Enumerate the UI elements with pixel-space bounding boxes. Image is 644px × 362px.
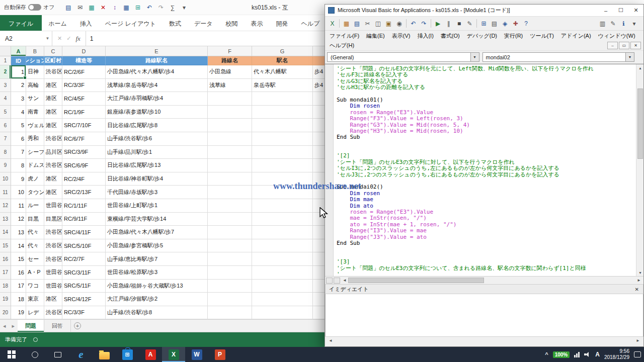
cell-A5[interactable]: 4 [11, 106, 26, 119]
undo-icon[interactable]: ↶ [408, 18, 419, 29]
cell-B9[interactable]: ドムス [26, 159, 44, 172]
cell-A16[interactable]: 15 [11, 252, 26, 266]
cell-G13[interactable] [252, 213, 313, 226]
column-header-D[interactable]: D [62, 46, 106, 56]
cell-C2[interactable]: 渋谷区 [44, 65, 62, 79]
cell-A2[interactable]: 1 [11, 65, 26, 79]
scroll-down-icon[interactable]: ▼ [636, 269, 643, 276]
taskbar-app-red-button[interactable]: A [139, 347, 162, 362]
menu-item[interactable]: ウィンドウ(W) [595, 31, 639, 41]
cell-B2[interactable]: 日神 [26, 65, 44, 79]
cell-E7[interactable]: 山手線/渋谷駅/歩6 [106, 132, 208, 146]
cell-G9[interactable] [252, 159, 313, 172]
cell-C3[interactable]: 港区 [44, 79, 62, 93]
scroll-right-icon[interactable]: ► [635, 278, 642, 283]
cell-D4[interactable]: RC/4/5F [62, 92, 106, 106]
cell-G15[interactable] [252, 239, 313, 253]
cell-D17[interactable]: SRC/3/11F [62, 266, 106, 280]
taskbar-word-button[interactable]: W [185, 347, 208, 362]
sheet-nav-left-icon[interactable]: ◂ [0, 320, 9, 332]
ribbon-tab[interactable]: ページ レイアウト [99, 15, 163, 31]
enter-icon[interactable]: ✓ [66, 35, 71, 42]
cell-F20[interactable] [208, 306, 252, 319]
cell-C20[interactable]: 渋谷区 [44, 306, 62, 319]
scroll-left-icon[interactable]: ◄ [327, 338, 334, 343]
cell-C14[interactable]: 渋谷区 [44, 226, 62, 239]
clock[interactable]: 9:56 2018/12/29 [604, 348, 629, 360]
cell-F8[interactable] [208, 146, 252, 159]
insert-function-icon[interactable]: fx [75, 35, 80, 43]
cell-F14[interactable] [208, 226, 252, 239]
cell-D15[interactable]: SRC/5/10F [62, 239, 106, 253]
scroll-right-icon[interactable]: ► [634, 338, 641, 343]
cell-B20[interactable]: レデ [26, 306, 44, 319]
menu-item[interactable]: デバッグ(D) [463, 31, 501, 41]
ribbon-tab[interactable]: 校閲 [219, 15, 245, 31]
taskbar-store-button[interactable]: ⊞ [116, 347, 139, 362]
tray-expand-icon[interactable]: ^ [545, 351, 548, 357]
cell-E4[interactable]: 大江戸線/赤羽橋駅/歩4 [106, 92, 208, 106]
ime-indicator[interactable]: A [595, 351, 600, 358]
row-header-4[interactable]: 4 [0, 92, 11, 106]
cell-G3[interactable]: 泉岳寺駅 [252, 79, 313, 93]
cell-F13[interactable] [208, 213, 252, 226]
table-blue-icon[interactable]: ▦ [122, 3, 131, 12]
child-restore-icon[interactable]: ▭ [619, 42, 629, 49]
menu-item[interactable]: アドイン(A) [557, 31, 595, 41]
column-header-G[interactable]: G [252, 46, 313, 56]
cell-G8[interactable] [252, 146, 313, 159]
row-header-19[interactable]: 19 [0, 293, 11, 306]
paste-icon[interactable]: ▣ [383, 18, 394, 29]
table-teal-icon[interactable]: ▦ [87, 3, 97, 12]
row-header-13[interactable]: 13 [0, 213, 11, 226]
cell-C5[interactable]: 港区 [44, 106, 62, 119]
cell-F19[interactable] [208, 293, 252, 306]
cell-D5[interactable]: RC/1/9F [62, 106, 106, 119]
macro-record-icon[interactable] [33, 337, 38, 342]
immediate-close-icon[interactable]: ✕ [633, 287, 641, 292]
cell-D20[interactable]: RC/3/3F [62, 306, 106, 319]
cell-D9[interactable]: SRC/6/9F [62, 159, 106, 172]
cell-F5[interactable] [208, 106, 252, 119]
view-excel-icon[interactable]: X [327, 18, 338, 29]
volume-icon[interactable] [584, 351, 591, 357]
taskbar-file-explorer-button[interactable] [93, 347, 116, 362]
row-header-2[interactable]: 2 [0, 65, 11, 79]
column-header-E[interactable]: E [106, 46, 208, 56]
cell-G17[interactable] [252, 266, 313, 280]
cell-A20[interactable]: 19 [11, 306, 26, 319]
scroll-up-icon[interactable]: ▲ [636, 64, 643, 71]
sheet-tab-問題[interactable]: 問題 [18, 320, 44, 332]
cell-E6[interactable]: 日比谷線/広尾駅/歩8 [106, 119, 208, 132]
cell-C17[interactable]: 世田谷区 [44, 266, 62, 280]
cell-B16[interactable]: セー [26, 252, 44, 266]
cell-D18[interactable]: SRC/5/11F [62, 280, 106, 293]
cell-A8[interactable]: 7 [11, 146, 26, 159]
help-icon[interactable]: ? [521, 18, 531, 29]
maximize-icon[interactable]: ☐ [613, 5, 628, 16]
cell-G4[interactable] [252, 92, 313, 106]
row-header-20[interactable]: 20 [0, 306, 11, 319]
name-box-dropdown-icon[interactable]: ▼ [43, 31, 52, 46]
row-header-16[interactable]: 16 [0, 252, 11, 266]
immediate-window[interactable] [325, 294, 643, 336]
cell-C7[interactable]: 渋谷区 [44, 132, 62, 146]
cell-D2[interactable]: RC/2/6F [62, 65, 106, 79]
cell-A14[interactable]: 13 [11, 226, 26, 239]
cell-E16[interactable]: 山手線/恵比寿駅/歩7 [106, 252, 208, 266]
cell-E11[interactable]: 千代田線/赤坂駅/歩3 [106, 186, 208, 199]
procedure-dropdown[interactable]: mondai02 ▼ [482, 52, 635, 62]
cell-F7[interactable] [208, 132, 252, 146]
cell-E13[interactable]: 東横線/学芸大学駅/歩14 [106, 213, 208, 226]
row-header-18[interactable]: 18 [0, 280, 11, 293]
cell-D8[interactable]: SRC/3/9F [62, 146, 106, 159]
cell-C19[interactable]: 港区 [44, 293, 62, 306]
cell-E3[interactable]: 浅草線/泉岳寺駅/歩4 [106, 79, 208, 93]
immediate-horizontal-scrollbar[interactable]: ◄ ► [325, 336, 643, 344]
cell-C8[interactable]: 品川区 [44, 146, 62, 159]
cell-F3[interactable]: 浅草線 [208, 79, 252, 93]
cell-E17[interactable]: 世田谷線/松原駅/歩3 [106, 266, 208, 280]
redo-icon[interactable]: ↷ [419, 18, 429, 29]
cell-A12[interactable]: 11 [11, 199, 26, 213]
info-icon[interactable]: ℹ [618, 18, 629, 29]
